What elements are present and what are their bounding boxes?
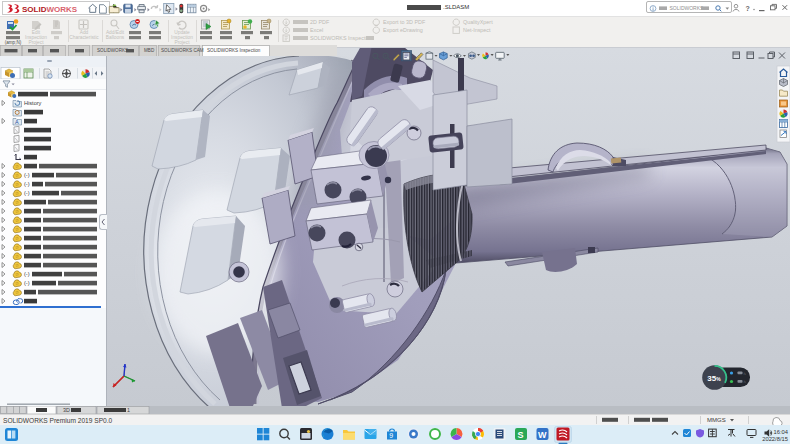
svg-text:?: ? [746,5,750,12]
svg-text:(-): (-) [24,172,30,178]
svg-text:SOLIDWORKS Inspection: SOLIDWORKS Inspection [207,48,261,53]
svg-text:9: 9 [389,432,393,439]
svg-text:16:04: 16:04 [773,429,788,435]
svg-text:Characteristic: Characteristic [69,35,99,40]
svg-text:1: 1 [127,407,130,413]
svg-text:QualityXpert: QualityXpert [463,19,493,25]
svg-text:SOLIDWORKS Inspection: SOLIDWORKS Inspection [310,35,373,41]
svg-text:SOLIDWORKS: SOLIDWORKS [97,48,128,53]
svg-text:(-): (-) [24,280,30,286]
svg-text:Balloons: Balloons [106,35,125,40]
svg-text:MMGS: MMGS [707,417,726,423]
svg-text:SOLIDWORKS: SOLIDWORKS [670,5,705,11]
svg-text:Export eDrawing: Export eDrawing [383,27,423,33]
svg-text:2022/8/15: 2022/8/15 [762,436,788,442]
svg-text:35%: 35% [707,374,721,383]
svg-text:(amp;N): (amp;N) [5,40,22,45]
svg-text:(-): (-) [24,190,30,196]
svg-text:(-): (-) [24,181,30,187]
svg-text:History: History [24,100,42,106]
svg-text:MBD: MBD [144,48,155,53]
svg-text:(-): (-) [24,271,30,277]
svg-text:2D PDF: 2D PDF [310,19,330,25]
svg-text:Excel: Excel [310,27,323,33]
svg-text:Net-Inspect: Net-Inspect [463,27,491,33]
svg-text:Export to 3D PDF: Export to 3D PDF [383,19,426,25]
svg-text:SOLIDWORKS CAM: SOLIDWORKS CAM [161,48,204,53]
svg-text:SOLIDWORKS: SOLIDWORKS [22,5,78,14]
svg-text:A: A [15,119,19,125]
svg-text:S: S [518,430,524,440]
svg-text:W: W [538,430,547,440]
svg-text:3D: 3D [63,407,70,413]
